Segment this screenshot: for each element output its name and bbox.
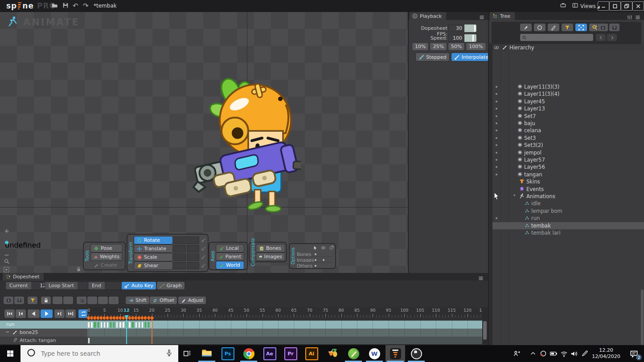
tree-row-skins[interactable]: Skins [492, 178, 644, 185]
tree-row-slot[interactable]: ◉tangan [492, 171, 644, 178]
tree-row-slot[interactable]: ◉Set3(2) [492, 142, 644, 149]
run-keyframe[interactable] [129, 322, 130, 328]
playback-zoom-10[interactable]: 10% [412, 43, 428, 50]
task-view-button[interactable] [178, 345, 196, 362]
transform-translate-button[interactable]: Translate [134, 245, 172, 252]
slot-dot[interactable] [496, 144, 497, 146]
tree-row-slot[interactable]: ◉Layer56 [492, 163, 644, 171]
tree-row-animations[interactable]: ▾Animations [492, 193, 644, 200]
zoom-magnifier-icon[interactable] [4, 258, 10, 264]
slot-dot[interactable] [496, 159, 497, 161]
views-menu[interactable]: Views ◢ [580, 3, 599, 11]
start-button[interactable] [0, 345, 21, 362]
slot-dot[interactable] [496, 86, 497, 88]
viewport-lock-icon[interactable] [76, 266, 82, 272]
slot-dot[interactable] [496, 152, 497, 154]
search-next-button[interactable] [607, 34, 617, 41]
tools-create-button[interactable]: Create [91, 261, 122, 269]
playback-tab[interactable]: Playback [410, 12, 446, 20]
axes-parent-button[interactable]: Parent [216, 253, 244, 260]
fps-field[interactable]: 30 [448, 24, 464, 32]
screenshot-icon[interactable] [560, 2, 566, 10]
tree-menu-icon[interactable] [635, 13, 640, 22]
slot-dot[interactable] [496, 108, 497, 110]
offset-button[interactable]: Offset [150, 297, 177, 304]
collapse-arrow-icon[interactable]: ▾ [513, 193, 515, 197]
playhead-marker[interactable] [124, 312, 129, 321]
keys-filter-button[interactable] [28, 297, 37, 304]
visibility-eye-icon[interactable] [494, 45, 499, 50]
tree-row-slot[interactable]: ◉baju [492, 120, 644, 127]
slot-dot[interactable] [496, 130, 497, 131]
fps-slider[interactable] [464, 24, 476, 32]
run-keyframe[interactable] [142, 322, 143, 328]
transform-rotate-button[interactable]: Rotate [134, 236, 172, 244]
tree-row-slot[interactable]: ◉Set3 [492, 134, 644, 142]
circle-tool-button[interactable] [534, 24, 546, 31]
run-keyframe[interactable] [88, 322, 89, 328]
tree-row-animation-run[interactable]: run [492, 215, 644, 222]
people-icon[interactable] [511, 345, 522, 362]
run-keyframe[interactable] [110, 322, 111, 328]
taskbar-app-w-app[interactable]: W [365, 345, 384, 362]
taskbar-app-premiere[interactable]: Pr [281, 345, 300, 362]
ds-vertical-scrollbar[interactable] [483, 321, 487, 340]
keys-key-button[interactable] [63, 297, 73, 304]
tree-row-events[interactable]: Events [492, 186, 644, 193]
run-keyframe[interactable] [116, 322, 118, 328]
playback-menu-icon[interactable] [479, 13, 484, 22]
tree-tab[interactable]: Tree [490, 12, 515, 20]
run-keyframe[interactable] [139, 322, 140, 328]
search-input[interactable] [40, 350, 153, 358]
auto-key-button[interactable]: Auto Key [122, 282, 156, 289]
taskbar-app-illustrator[interactable]: Ai [302, 345, 321, 362]
transform-translate-x-field[interactable] [173, 245, 186, 252]
transform-scale-x-field[interactable] [173, 253, 186, 261]
notification-center-button[interactable]: 2 [625, 345, 643, 362]
dopesheet-menu-icon[interactable] [478, 274, 484, 283]
slot-dot[interactable] [496, 166, 497, 168]
character-artwork[interactable] [185, 63, 301, 212]
tree-row-slot[interactable]: ◉Layer11(3)(4) [492, 90, 644, 98]
keys-export-button[interactable] [4, 297, 13, 304]
taskbar-app-obs[interactable] [406, 345, 426, 362]
taskbar-app-after-effects[interactable]: Ae [260, 345, 279, 362]
slot-dot[interactable] [496, 101, 497, 102]
tree-scrollbar[interactable] [641, 289, 644, 345]
animation-dot[interactable] [496, 217, 497, 219]
track-row-run[interactable]: run [0, 321, 482, 329]
options-bones-dot[interactable] [315, 253, 316, 255]
import-button[interactable] [609, 24, 619, 31]
run-keyframe[interactable] [148, 322, 149, 328]
slot-dot[interactable] [496, 115, 497, 117]
transform-scale-y-field[interactable] [187, 253, 199, 261]
export-button[interactable] [598, 24, 608, 31]
transform-translate-y-field[interactable] [187, 245, 199, 252]
playback-zoom-25[interactable]: 25% [430, 43, 446, 50]
slot-dot[interactable] [496, 174, 497, 175]
pen-tool-button[interactable] [548, 24, 559, 31]
speed-field[interactable]: 100 [448, 34, 464, 42]
options-images-dot[interactable] [315, 259, 316, 261]
open-file-icon[interactable] [51, 2, 58, 10]
options-images-dot[interactable] [323, 259, 324, 261]
save-icon[interactable] [62, 2, 69, 10]
taskbar-app-file-explorer[interactable] [197, 345, 217, 362]
keys-delete-button[interactable] [98, 297, 108, 304]
transform-shear-y-field[interactable] [187, 262, 199, 269]
transform-scale-button[interactable]: Scale [134, 253, 172, 261]
run-keyframe[interactable] [98, 322, 99, 328]
tree-row-slot[interactable]: ◉Layer57 [492, 156, 644, 163]
compensate-images-button[interactable]: Images [256, 253, 285, 260]
transform-shear-key-icon[interactable] [201, 263, 206, 268]
graph-button[interactable]: Graph [157, 282, 185, 289]
slot-dot[interactable] [496, 93, 497, 95]
transform-shear-x-field[interactable] [173, 262, 186, 269]
run-keyframe[interactable] [132, 322, 133, 328]
taskbar-app-paint-app[interactable] [344, 345, 363, 362]
compensate-bones-button[interactable]: Bones [256, 244, 285, 252]
zoom-in-icon[interactable] [4, 228, 9, 234]
run-keyframe[interactable] [104, 322, 105, 328]
tree-row-slot[interactable]: ◉jempol [492, 149, 644, 156]
run-keyframe[interactable] [135, 322, 137, 328]
